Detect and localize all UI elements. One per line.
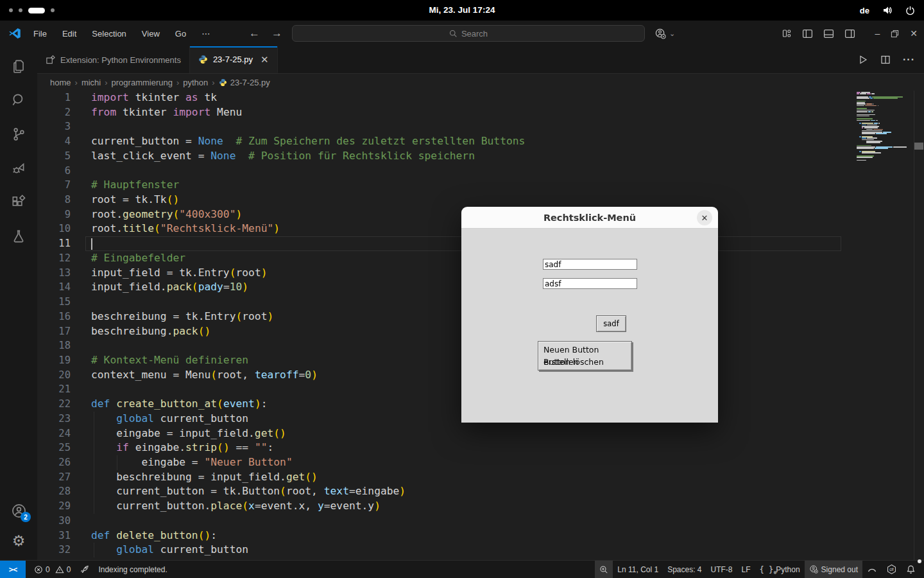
settings-gear-icon[interactable]: ⚙ (10, 532, 28, 550)
problems-indicator[interactable]: 0 0 (30, 561, 75, 578)
remote-indicator[interactable]: >< (0, 561, 26, 578)
code-line[interactable]: 29 current_button.place(x=event.x, y=eve… (37, 499, 924, 514)
code-line[interactable]: 5last_click_event = None # Position für … (37, 149, 924, 164)
eol-sequence[interactable]: LF (737, 561, 755, 578)
csharp-devkit-icon[interactable]: c# (882, 561, 902, 578)
tk-entry-description[interactable] (543, 278, 637, 289)
code-line[interactable]: 24 eingabe = input_field.get() (37, 426, 924, 441)
svg-text:c#: c# (889, 567, 894, 572)
run-debug-icon[interactable] (10, 159, 28, 177)
cursor-position[interactable]: Ln 11, Col 1 (613, 561, 663, 578)
code-line[interactable]: 30 (37, 514, 924, 529)
python-language-server-icon[interactable] (75, 561, 94, 578)
encoding[interactable]: UTF-8 (706, 561, 737, 578)
search-command-center[interactable]: Search (292, 25, 645, 42)
breadcrumb-item[interactable]: 23-7-25.py (219, 78, 270, 87)
menu-more[interactable]: ⋯ (201, 29, 210, 39)
code-line[interactable]: 7# Hauptfenster (37, 178, 924, 193)
split-editor-icon[interactable] (880, 55, 891, 65)
menu-view[interactable]: View (142, 29, 160, 39)
window-minimize-icon[interactable]: – (875, 28, 880, 39)
line-number: 23 (37, 412, 71, 426)
search-view-icon[interactable] (10, 91, 28, 109)
tk-entry-input[interactable] (543, 259, 637, 270)
menu-edit[interactable]: Edit (62, 29, 76, 39)
line-number: 27 (37, 470, 71, 485)
code-line[interactable]: 6 (37, 164, 924, 179)
extensions-icon[interactable] (10, 193, 28, 211)
code-line[interactable]: 2from tkinter import Menu (37, 105, 924, 120)
window-restore-icon[interactable] (891, 30, 899, 38)
breadcrumb-item[interactable]: home (50, 78, 71, 87)
python-file-icon (198, 55, 208, 64)
accounts-icon[interactable]: 2 (10, 502, 28, 520)
run-python-file-icon[interactable] (858, 55, 868, 65)
customize-layout-icon[interactable] (782, 28, 792, 39)
code-line[interactable]: 3 (37, 119, 924, 134)
vscode-titlebar: FileEditSelectionViewGo⋯ ← → Search ⌄ (0, 21, 924, 46)
nav-forward-icon[interactable]: → (271, 27, 282, 40)
tk-window-close-icon[interactable]: ✕ (697, 210, 712, 225)
tab-23-7-25-py[interactable]: 23-7-25.py ✕ (190, 46, 278, 73)
tab-extension-python-environments[interactable]: Extension: Python Environments (37, 46, 190, 73)
breadcrumb-item[interactable]: michi (81, 78, 101, 87)
zoom-indicator-icon[interactable] (595, 561, 613, 578)
signed-out-status[interactable]: Signed out (805, 561, 862, 578)
tk-menu-item-create-button[interactable]: Neuen Button erstellen (538, 344, 631, 356)
power-icon[interactable] (905, 6, 915, 15)
language-mode[interactable]: { }⊗ Python (755, 561, 805, 578)
tk-window-rechtsklick-menu[interactable]: Rechtsklick-Menü ✕ sadf Neuen Button ers… (461, 207, 718, 423)
line-number: 29 (37, 499, 71, 514)
menu-selection[interactable]: Selection (92, 29, 126, 39)
tk-window-titlebar[interactable]: Rechtsklick-Menü ✕ (461, 207, 718, 229)
window-close-icon[interactable]: ✕ (910, 28, 918, 39)
toggle-secondary-sidebar-icon[interactable] (844, 28, 855, 39)
copilot-arc-icon[interactable] (862, 561, 882, 578)
volume-icon[interactable] (882, 5, 893, 15)
explorer-icon[interactable] (10, 57, 28, 75)
code-line[interactable]: 27 beschreibung = input_field.get() (37, 470, 924, 485)
tk-window-body: sadf Neuen Button erstellen Button lösch… (461, 229, 718, 423)
indexing-status[interactable]: Indexing completed. (94, 561, 171, 578)
tab-label: Extension: Python Environments (60, 55, 181, 65)
testing-icon[interactable] (10, 227, 28, 245)
breadcrumb-item[interactable]: programmierung (112, 78, 173, 87)
breadcrumb-item[interactable]: python (183, 78, 208, 87)
more-actions-icon[interactable]: ··· (903, 54, 915, 66)
minimap[interactable] (857, 92, 913, 175)
line-number: 22 (37, 397, 71, 412)
breadcrumb: home›michi›programmierung›python›23-7-25… (37, 74, 924, 91)
code-line[interactable]: 4current_button = None # Zum Speichern d… (37, 134, 924, 149)
toggle-panel-icon[interactable] (823, 28, 834, 39)
code-line[interactable]: 32 global current_button (37, 543, 924, 557)
tk-created-button[interactable]: sadf (596, 315, 626, 332)
notifications-bell-icon[interactable] (902, 561, 920, 578)
clock[interactable]: Mi, 23. Jul 17:24 (429, 0, 495, 21)
line-number: 3 (37, 119, 71, 134)
indent-guide (117, 455, 117, 470)
toggle-primary-sidebar-icon[interactable] (802, 28, 813, 39)
code-line[interactable]: 28 current_button = tk.Button(root, text… (37, 484, 924, 499)
indentation[interactable]: Spaces: 4 (663, 561, 706, 578)
line-number: 31 (37, 529, 71, 543)
source-control-icon[interactable] (10, 125, 28, 143)
keyboard-layout-indicator[interactable]: de (860, 6, 869, 15)
code-line[interactable]: 1import tkinter as tk (37, 91, 924, 105)
profile-icon[interactable] (654, 28, 667, 40)
tk-menu-item-delete-button[interactable]: Button löschen (538, 356, 631, 368)
overview-ruler (914, 91, 914, 560)
workspace-indicator[interactable] (9, 0, 55, 21)
menu-go[interactable]: Go (175, 29, 186, 39)
editor-tabs: Extension: Python Environments 23-7-25.p… (37, 46, 924, 74)
code-line[interactable]: 25 if eingabe.strip() == "": (37, 441, 924, 455)
scrollbar-cursor-marker[interactable] (914, 143, 923, 150)
code-line[interactable]: 31def delete_button(): (37, 529, 924, 543)
menu-file[interactable]: File (33, 29, 47, 39)
code-line[interactable]: 26 eingabe = "Neuer Button" (37, 455, 924, 470)
nav-back-icon[interactable]: ← (249, 27, 260, 40)
warning-count: 0 (67, 565, 71, 574)
tab-close-icon[interactable]: ✕ (261, 54, 269, 66)
code-line[interactable]: 8root = tk.Tk() (37, 193, 924, 207)
tk-window-title: Rechtsklick-Menü (543, 213, 636, 223)
chevron-down-icon[interactable]: ⌄ (669, 30, 675, 38)
